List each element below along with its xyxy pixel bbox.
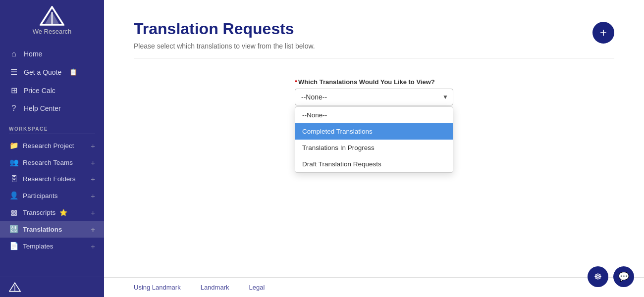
workspace-item-participants[interactable]: 👤 Participants + bbox=[0, 187, 104, 204]
main-header: Translation Requests Please select which… bbox=[104, 0, 644, 58]
translations-select[interactable]: --None-- Completed Translations Translat… bbox=[295, 89, 453, 105]
nav-item-help-center[interactable]: ? Help Center bbox=[0, 99, 104, 117]
page-title: Translation Requests bbox=[134, 20, 614, 38]
workspace-item-transcripts[interactable]: ▩ Transcripts ⭐ + bbox=[0, 204, 104, 221]
transcripts-icon: ▩ bbox=[9, 208, 19, 217]
select-wrapper: --None-- Completed Translations Translat… bbox=[295, 89, 453, 105]
research-project-plus[interactable]: + bbox=[91, 142, 95, 150]
form-group: *Which Translations Would You Like to Vi… bbox=[295, 78, 453, 105]
sidebar-footer-logo-icon bbox=[9, 282, 21, 292]
home-icon: ⌂ bbox=[9, 50, 19, 58]
nav-label-calc: Price Calc bbox=[24, 87, 55, 95]
chat-button[interactable]: 💬 bbox=[613, 266, 634, 287]
workspace-label-research-folders: Research Folders bbox=[23, 175, 76, 183]
research-folders-plus[interactable]: + bbox=[91, 175, 95, 183]
research-project-icon: 📁 bbox=[9, 141, 19, 150]
research-teams-icon: 👥 bbox=[9, 158, 19, 167]
dropdown-item-completed[interactable]: Completed Translations bbox=[295, 123, 453, 140]
research-folders-icon: 🗄 bbox=[9, 175, 19, 183]
templates-plus[interactable]: + bbox=[91, 242, 95, 250]
main-footer: Using Landmark Landmark Legal bbox=[104, 277, 644, 297]
templates-icon: 📄 bbox=[9, 242, 19, 250]
sidebar-nav: ⌂ Home ☰ Get a Quote 📋 ⊞ Price Calc ? He… bbox=[0, 43, 104, 119]
logo-icon bbox=[40, 6, 64, 26]
workspace-label-templates: Templates bbox=[23, 243, 54, 250]
workspace-item-research-teams[interactable]: 👥 Research Teams + bbox=[0, 154, 104, 171]
workspace-divider bbox=[9, 134, 95, 134]
workspace-item-translations[interactable]: 🔠 Translations + bbox=[0, 221, 104, 238]
workspace-label-participants: Participants bbox=[23, 192, 58, 199]
sidebar-footer bbox=[0, 277, 104, 297]
translations-icon: 🔠 bbox=[9, 225, 19, 234]
nav-label-home: Home bbox=[24, 50, 42, 58]
brand-text: We Research bbox=[33, 28, 72, 35]
add-button[interactable]: + bbox=[592, 22, 614, 44]
nav-label-help: Help Center bbox=[24, 104, 61, 112]
workspace-label: WORKSPACE bbox=[0, 119, 104, 134]
dropdown-item-none[interactable]: --None-- bbox=[295, 107, 453, 123]
dropdown-list: --None-- Completed Translations Translat… bbox=[295, 106, 453, 173]
main-content: Translation Requests Please select which… bbox=[104, 0, 644, 297]
chat-icon: 💬 bbox=[618, 271, 629, 282]
form-label: *Which Translations Would You Like to Vi… bbox=[295, 78, 453, 86]
accessibility-button[interactable]: ☸ bbox=[588, 266, 608, 287]
footer-link-using-landmark[interactable]: Using Landmark bbox=[134, 284, 181, 291]
quote-icon: ☰ bbox=[9, 67, 19, 77]
workspace-item-research-project[interactable]: 📁 Research Project + bbox=[0, 137, 104, 154]
footer-link-landmark[interactable]: Landmark bbox=[201, 284, 229, 291]
workspace-item-research-folders[interactable]: 🗄 Research Folders + bbox=[0, 171, 104, 187]
dropdown-item-draft[interactable]: Draft Translation Requests bbox=[295, 156, 453, 172]
nav-item-price-calc[interactable]: ⊞ Price Calc bbox=[0, 81, 104, 99]
transcripts-plus[interactable]: + bbox=[91, 208, 95, 217]
sidebar-logo: We Research bbox=[0, 0, 104, 43]
sidebar: We Research ⌂ Home ☰ Get a Quote 📋 ⊞ Pri… bbox=[0, 0, 104, 297]
nav-item-get-a-quote[interactable]: ☰ Get a Quote 📋 bbox=[0, 63, 104, 81]
quote-badge-icon: 📋 bbox=[69, 68, 77, 76]
nav-item-home[interactable]: ⌂ Home bbox=[0, 45, 104, 63]
participants-icon: 👤 bbox=[9, 191, 19, 200]
workspace-label-research-teams: Research Teams bbox=[23, 159, 73, 166]
bottom-icons: ☸ 💬 bbox=[588, 266, 634, 287]
page-subtitle: Please select which translations to view… bbox=[134, 42, 614, 50]
workspace-label-transcripts: Transcripts bbox=[23, 209, 55, 216]
nav-label-quote: Get a Quote bbox=[24, 68, 61, 76]
required-marker: * bbox=[295, 78, 297, 86]
transcripts-star: ⭐ bbox=[59, 209, 67, 216]
form-area: *Which Translations Would You Like to Vi… bbox=[104, 58, 644, 125]
research-teams-plus[interactable]: + bbox=[91, 158, 95, 167]
accessibility-icon: ☸ bbox=[594, 271, 602, 282]
participants-plus[interactable]: + bbox=[91, 192, 95, 200]
dropdown-item-in-progress[interactable]: Translations In Progress bbox=[295, 140, 453, 156]
workspace-item-templates[interactable]: 📄 Templates + bbox=[0, 238, 104, 254]
sidebar-brand: We Research bbox=[33, 28, 72, 35]
workspace-label-research-project: Research Project bbox=[23, 142, 74, 149]
workspace-label-translations: Translations bbox=[23, 226, 62, 233]
calc-icon: ⊞ bbox=[9, 86, 19, 95]
translations-plus[interactable]: + bbox=[91, 225, 95, 234]
help-icon: ? bbox=[9, 104, 19, 113]
footer-link-legal[interactable]: Legal bbox=[249, 284, 265, 291]
